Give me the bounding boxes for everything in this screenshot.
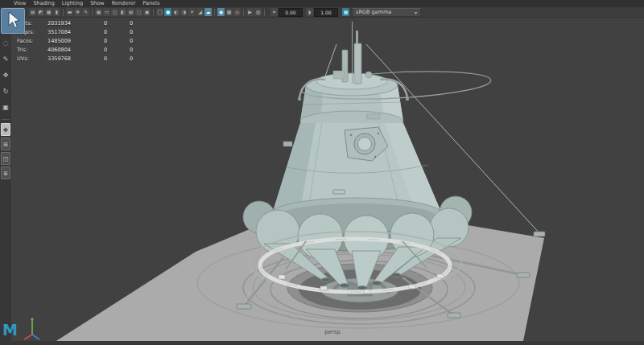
layout-four-pane-button[interactable]: ⊞	[1, 138, 10, 150]
layout-outliner-list-button[interactable]: ≣	[1, 166, 10, 179]
hud-cell: 3517084	[47, 29, 104, 35]
hud-cell: 0	[130, 20, 155, 27]
hud-cell: 0	[104, 38, 130, 44]
view-transform-dropdown[interactable]: sRGB gamma ▾	[352, 8, 421, 17]
move-tool-icon[interactable]: ✥	[0, 68, 11, 84]
toolbar-separator	[243, 9, 244, 16]
menu-shading[interactable]: Shading	[33, 0, 54, 7]
gamma-icon[interactable]: ◗	[306, 8, 313, 16]
wireframe-icon[interactable]: ◯	[156, 8, 163, 16]
two-d-pan-zoom-icon[interactable]: ✥	[74, 8, 81, 16]
select-cursor-icon	[2, 9, 23, 31]
select-camera-icon[interactable]: ▤	[29, 8, 36, 16]
toolbar-separator	[63, 9, 64, 16]
hud-cell: 0	[130, 38, 155, 44]
color-management-toggle-icon[interactable]: ▦	[342, 8, 349, 16]
lock-camera-icon[interactable]: ◩	[37, 8, 44, 16]
menu-show[interactable]: Show	[90, 0, 105, 7]
hud-cell: 0	[104, 47, 130, 53]
tool-box: ◌✎✥↻▣ ✥⊞◫≣	[0, 18, 11, 341]
gate-mask-icon[interactable]: ◧	[119, 8, 126, 16]
menu-lighting[interactable]: Lighting	[62, 0, 83, 7]
layout-single-pane-button[interactable]: ✥	[1, 123, 10, 136]
hud-cell: UVs:	[17, 55, 47, 62]
depth-of-field-icon[interactable]: ◎	[233, 8, 241, 16]
hud-row-uvs: UVs:335976800	[17, 55, 155, 64]
hud-cell: 4060804	[47, 47, 104, 53]
menu-view[interactable]: View	[14, 0, 26, 7]
hud-cell: 0	[130, 47, 155, 53]
grid-icon[interactable]: ▦	[95, 8, 102, 16]
hud-cell: 0	[104, 20, 130, 27]
hud-row-faces: Faces:148500900	[17, 36, 155, 45]
panel-toolbar: ▤◩▦▮▬✥✎▦▭◫◧▤▢▣◯●◐◑☀◢☁◉▩◎▶▥ ✶ 0.00 ◗ 1.00…	[0, 7, 644, 18]
toolbar-separator	[92, 9, 93, 16]
hud-row-edges: Edges:351708400	[17, 27, 155, 36]
lasso-select-tool-icon[interactable]: ◌	[0, 35, 11, 51]
field-chart-icon[interactable]: ▤	[127, 8, 134, 16]
image-plane-icon[interactable]: ▬	[66, 8, 73, 16]
textured-icon[interactable]: ◑	[180, 8, 188, 16]
rotate-tool-icon[interactable]: ↻	[0, 84, 11, 100]
use-all-lights-icon[interactable]: ☀	[188, 8, 196, 16]
exposure-field[interactable]: 0.00	[279, 8, 303, 17]
toolbox-separator	[2, 119, 10, 120]
axis-gizmo-icon	[21, 314, 43, 342]
hud-cell: Tris:	[17, 47, 47, 53]
hud-cell: 0	[104, 29, 130, 35]
resolution-gate-icon[interactable]: ◫	[111, 8, 118, 16]
hud-cell: 2031934	[47, 20, 104, 27]
hud-cell: Faces:	[17, 38, 47, 44]
maya-window: ViewShadingLightingShowRendererPanels ▤◩…	[0, 0, 644, 345]
toolbar-separator	[214, 9, 215, 16]
grease-pencil-icon[interactable]: ✎	[82, 8, 89, 16]
toolbar-separator	[264, 9, 265, 16]
hud-cell: 0	[104, 55, 130, 62]
camera-label: persp	[11, 329, 644, 335]
hud-cell: 1485009	[47, 38, 104, 44]
menu-panels[interactable]: Panels	[142, 0, 159, 7]
hud-row-verts: Verts:203193400	[17, 18, 155, 27]
layout-persp-outliner-button[interactable]: ◫	[1, 152, 10, 165]
shadows-icon[interactable]: ◢	[196, 8, 204, 16]
wireframe-on-shaded-icon[interactable]: ◐	[172, 8, 180, 16]
scene-canvas[interactable]	[11, 18, 644, 341]
screen-space-ao-icon[interactable]: ☁	[204, 8, 212, 16]
x-ray-icon[interactable]: ▥	[254, 8, 262, 16]
select-tool-button[interactable]	[1, 8, 25, 34]
chevron-down-icon: ▾	[415, 8, 417, 17]
menu-renderer[interactable]: Renderer	[112, 0, 136, 7]
paint-select-tool-icon[interactable]: ✎	[0, 51, 11, 68]
toolbar-separator	[153, 9, 154, 16]
scale-tool-icon[interactable]: ▣	[0, 100, 11, 116]
hud-cell: 0	[130, 55, 155, 62]
hud-row-tris: Tris:406080400	[17, 46, 155, 55]
hud-cell: 3359768	[47, 55, 104, 62]
safe-title-icon[interactable]: ▣	[143, 8, 151, 16]
gamma-field[interactable]: 1.00	[314, 8, 338, 17]
smooth-shade-all-icon[interactable]: ●	[164, 8, 171, 16]
bookmarks-icon[interactable]: ▮	[53, 8, 60, 16]
safe-action-icon[interactable]: ▢	[135, 8, 142, 16]
multisample-aa-icon[interactable]: ▩	[225, 8, 233, 16]
viewport-3d[interactable]: Verts:203193400Edges:351708400Faces:1485…	[11, 18, 644, 341]
exposure-icon[interactable]: ✶	[270, 8, 278, 16]
view-transform-value: sRGB gamma	[356, 8, 407, 17]
poly-count-hud: Verts:203193400Edges:351708400Faces:1485…	[17, 18, 155, 64]
panel-menubar: ViewShadingLightingShowRendererPanels	[0, 0, 644, 7]
hud-cell: 0	[130, 29, 155, 35]
motion-blur-icon[interactable]: ◉	[217, 8, 225, 16]
film-gate-icon[interactable]: ▭	[103, 8, 110, 16]
maya-logo: M	[2, 321, 18, 339]
viewport-bottom-border	[0, 341, 644, 345]
isolate-select-icon[interactable]: ▶	[246, 8, 254, 16]
camera-attributes-icon[interactable]: ▦	[45, 8, 52, 16]
